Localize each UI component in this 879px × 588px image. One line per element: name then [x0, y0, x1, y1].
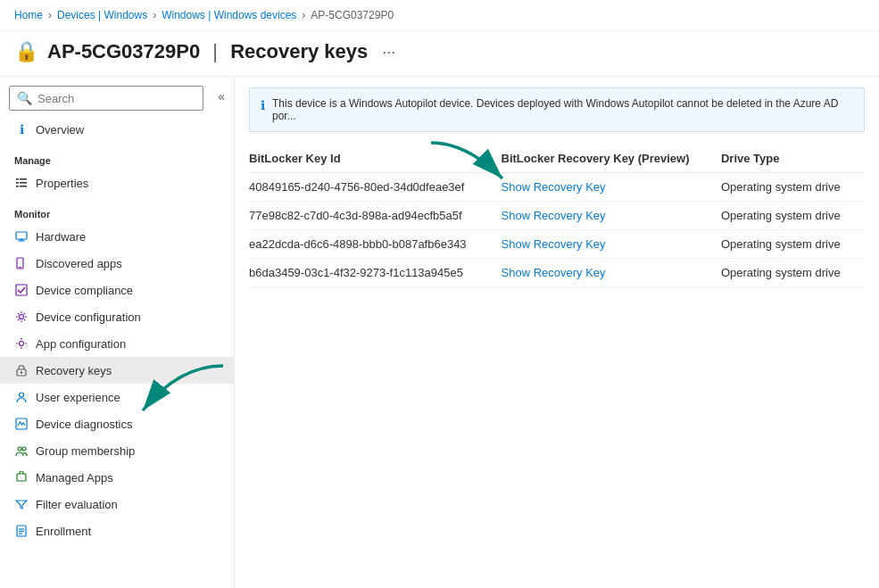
svg-rect-10: [19, 267, 21, 268]
sidebar-item-label: Discovered apps: [36, 257, 122, 270]
sidebar-manage-label: Manage: [0, 146, 234, 170]
sidebar-item-overview[interactable]: Overview: [0, 116, 234, 143]
svg-rect-8: [18, 241, 25, 242]
sidebar-item-label: Enrollment: [36, 525, 91, 538]
config-icon: [14, 310, 29, 324]
search-input[interactable]: [37, 92, 195, 105]
sidebar-item-device-compliance[interactable]: Device compliance: [0, 277, 234, 303]
sidebar-item-hardware[interactable]: Hardware: [0, 223, 234, 250]
sidebar-items-container: Hardware Discovered apps Device complian…: [0, 223, 234, 544]
col-key-id: BitLocker Key Id: [249, 143, 502, 173]
lock-icon: 🔒: [14, 40, 38, 63]
sidebar-item-label: Filter evaluation: [36, 498, 118, 511]
cell-drive-type: Operating system drive: [721, 173, 865, 202]
managed-icon: [14, 470, 29, 484]
sidebar-item-label: Device compliance: [36, 284, 133, 297]
sidebar-item-discovered-apps[interactable]: Discovered apps: [0, 250, 234, 277]
lock-icon: [14, 363, 29, 377]
show-recovery-key-link[interactable]: Show Recovery Key: [502, 180, 606, 194]
table-row: 77e98c82-c7d0-4c3d-898a-ad94ecfb5a5f Sho…: [249, 202, 865, 230]
cell-key-id: 40849165-d240-4756-80ed-34d0dfeae3ef: [249, 173, 502, 202]
cell-key-id: 77e98c82-c7d0-4c3d-898a-ad94ecfb5a5f: [249, 202, 502, 230]
search-icon: 🔍: [17, 91, 32, 105]
sidebar-monitor-label: Monitor: [0, 200, 234, 223]
svg-point-19: [22, 447, 26, 451]
sidebar-item-device-configuration[interactable]: Device configuration: [0, 303, 234, 330]
sidebar-search-row: 🔍 «: [0, 77, 234, 116]
hardware-icon: [14, 229, 29, 244]
table-header-row: BitLocker Key Id BitLocker Recovery Key …: [249, 143, 865, 173]
svg-rect-3: [20, 182, 27, 184]
enrollment-icon: [14, 524, 29, 538]
apps-icon: [14, 256, 29, 270]
breadcrumb-devices-windows[interactable]: Devices | Windows: [57, 9, 147, 21]
col-drive-type: Drive Type: [721, 143, 865, 173]
sidebar-item-managed-apps[interactable]: Managed Apps: [0, 464, 234, 491]
svg-rect-6: [16, 232, 27, 239]
userexp-icon: [14, 390, 29, 404]
info-banner-text: This device is a Windows Autopilot devic…: [272, 97, 853, 122]
svg-rect-0: [16, 178, 19, 180]
cell-drive-type: Operating system drive: [721, 230, 865, 259]
svg-rect-5: [20, 186, 27, 187]
appconfig-icon: [14, 336, 29, 351]
svg-point-13: [20, 342, 24, 346]
page-header: 🔒 AP-5CG03729P0 | Recovery keys ···: [0, 31, 879, 76]
sidebar-item-properties[interactable]: Properties: [0, 170, 234, 196]
sidebar-item-user-experience[interactable]: User experience: [0, 384, 234, 410]
group-icon: [14, 443, 29, 458]
show-recovery-key-link[interactable]: Show Recovery Key: [502, 209, 606, 222]
sidebar-item-label: App configuration: [36, 337, 126, 351]
table-row: b6da3459-03c1-4f32-9273-f1c113a945e5 Sho…: [249, 259, 865, 287]
cell-recovery-key[interactable]: Show Recovery Key: [502, 230, 721, 259]
show-recovery-key-link[interactable]: Show Recovery Key: [502, 266, 606, 279]
cell-drive-type: Operating system drive: [721, 259, 865, 287]
overview-icon: [14, 122, 29, 137]
sidebar-item-app-configuration[interactable]: App configuration: [0, 330, 234, 357]
svg-rect-11: [16, 285, 27, 295]
cell-key-id: b6da3459-03c1-4f32-9273-f1c113a945e5: [249, 259, 502, 287]
sidebar-search-box[interactable]: 🔍: [9, 86, 203, 111]
sidebar-item-enrollment[interactable]: Enrollment: [0, 518, 234, 544]
svg-point-16: [20, 393, 24, 397]
cell-drive-type: Operating system drive: [721, 202, 865, 230]
sidebar-item-device-diagnostics[interactable]: Device diagnostics: [0, 410, 234, 437]
info-banner: ℹ This device is a Windows Autopilot dev…: [249, 87, 865, 132]
table-container: BitLocker Key Id BitLocker Recovery Key …: [235, 143, 879, 287]
compliance-icon: [14, 283, 29, 297]
sidebar-item-label: Hardware: [36, 230, 86, 244]
more-options-button[interactable]: ···: [382, 43, 395, 62]
table-row: ea22dcda-d6c6-4898-bbb0-b087afb6e343 Sho…: [249, 230, 865, 259]
sidebar: 🔍 « Overview Manage Properties: [0, 77, 235, 588]
cell-recovery-key[interactable]: Show Recovery Key: [502, 173, 721, 202]
breadcrumb-home[interactable]: Home: [14, 9, 43, 21]
svg-rect-20: [17, 474, 26, 481]
filter-icon: [14, 497, 29, 511]
svg-rect-2: [16, 182, 19, 184]
svg-rect-1: [20, 178, 27, 180]
sidebar-item-label: Group membership: [36, 444, 135, 458]
info-icon: ℹ: [261, 98, 265, 112]
cell-recovery-key[interactable]: Show Recovery Key: [502, 202, 721, 230]
sidebar-item-label: Overview: [36, 123, 84, 137]
main-layout: 🔍 « Overview Manage Properties: [0, 76, 879, 588]
breadcrumb-windows-devices[interactable]: Windows | Windows devices: [162, 9, 296, 21]
svg-point-12: [20, 315, 24, 319]
cell-key-id: ea22dcda-d6c6-4898-bbb0-b087afb6e343: [249, 230, 502, 259]
breadcrumb-device-id: AP-5CG03729P0: [311, 9, 394, 21]
show-recovery-key-link[interactable]: Show Recovery Key: [502, 237, 606, 251]
cell-recovery-key[interactable]: Show Recovery Key: [502, 259, 721, 287]
sidebar-item-label: Device diagnostics: [36, 418, 132, 431]
sidebar-item-group-membership[interactable]: Group membership: [0, 437, 234, 464]
recovery-keys-table: BitLocker Key Id BitLocker Recovery Key …: [249, 143, 865, 287]
sidebar-item-filter-evaluation[interactable]: Filter evaluation: [0, 491, 234, 518]
svg-rect-4: [16, 186, 19, 187]
svg-rect-7: [20, 239, 23, 241]
collapse-sidebar-button[interactable]: «: [212, 80, 234, 112]
sidebar-item-label: Managed Apps: [36, 471, 113, 484]
sidebar-item-recovery-keys[interactable]: Recovery keys: [0, 357, 234, 384]
svg-point-18: [18, 447, 21, 451]
col-recovery-key: BitLocker Recovery Key (Preview): [502, 143, 721, 173]
properties-icon: [14, 176, 29, 190]
sidebar-item-label: Recovery keys: [36, 364, 112, 377]
